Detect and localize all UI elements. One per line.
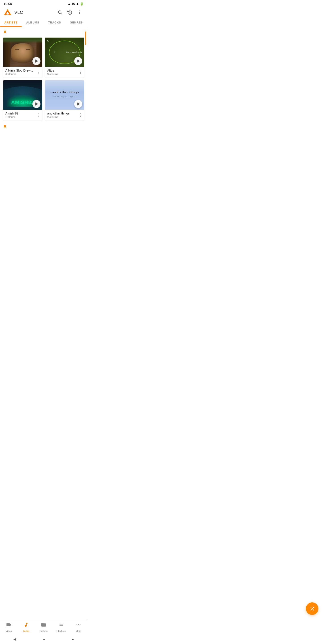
app-title: VLC [14,10,53,15]
tab-bar: ARTISTS ALBUMS TRACKS GENRES [0,18,87,27]
artist-info-altus: Altus 3 albums [45,67,84,78]
artist-info-ninja: A Ninja Slob Drew... 6 albums [3,67,42,78]
status-time: 10:00 [4,2,12,6]
play-button-ninja[interactable] [32,57,40,65]
signal-bars: ▲ [76,2,79,5]
svg-point-4 [58,11,61,14]
history-button[interactable] [66,8,74,16]
artist-name-other: and other things [47,112,78,115]
tab-tracks[interactable]: TRACKS [44,18,66,27]
artist-more-other[interactable] [80,112,82,118]
artist-info-other: and other things 2 albums [45,110,84,120]
artist-albums-altus: 3 albums [47,73,80,76]
svg-point-6 [80,10,80,11]
artist-more-ninja[interactable] [38,70,40,75]
tab-genres[interactable]: GENRES [66,18,88,27]
artist-albums-ninja: 6 albums [5,73,38,76]
svg-line-5 [61,13,62,14]
artist-thumbnail-altus: ∧ 1 the sidereal cycle [45,38,84,67]
battery-icon: 🔋 [80,2,84,6]
artist-name-ninja: A Ninja Slob Drew... [5,69,37,72]
artist-name-amish: Amish 82 [5,112,37,115]
header-actions [56,8,84,16]
artist-card-amish[interactable]: AMISH82 Amish 82 1 album [3,80,42,120]
artist-grid: A Ninja Slob Drew... 6 albums [0,36,87,122]
artist-more-amish[interactable] [38,112,40,118]
content-area: A [0,27,87,158]
tab-artists[interactable]: ARTISTS [0,18,22,27]
svg-rect-2 [6,13,9,14]
search-button[interactable] [56,8,64,16]
artist-thumbnail-ninja [3,38,42,67]
artist-thumbnail-other: ...and other things ...and other things [45,80,84,110]
artist-card-altus[interactable]: ∧ 1 the sidereal cycle Altus 3 albums [45,38,84,78]
section-a-header: A [0,27,87,36]
artist-name-altus: Altus [47,69,78,72]
artist-info-amish: Amish 82 1 album [3,110,42,120]
play-button-amish[interactable] [32,100,40,108]
svg-point-8 [80,14,80,14]
tab-albums[interactable]: ALBUMS [22,18,44,27]
artist-card-ninja[interactable]: A Ninja Slob Drew... 6 albums [3,38,42,78]
status-icons: ▲ 4G ▲ 🔋 [68,2,84,6]
status-bar: 10:00 ▲ 4G ▲ 🔋 [0,0,87,6]
artist-albums-amish: 1 album [5,116,38,119]
play-button-altus[interactable] [74,57,82,65]
overflow-menu-button[interactable] [76,8,84,16]
svg-rect-3 [7,12,8,13]
svg-point-7 [80,12,80,13]
section-b-header: B [0,122,87,131]
wifi-icon: ▲ [68,2,71,6]
vlc-logo-icon [4,8,12,16]
play-button-other[interactable] [74,100,82,108]
signal-4g: 4G [72,2,75,5]
artist-more-altus[interactable] [80,70,82,75]
artist-albums-other: 2 albums [47,116,80,119]
app-header: VLC [0,6,87,18]
artist-card-other[interactable]: ...and other things ...and other things … [45,80,84,120]
artist-thumbnail-amish: AMISH82 [3,80,42,110]
